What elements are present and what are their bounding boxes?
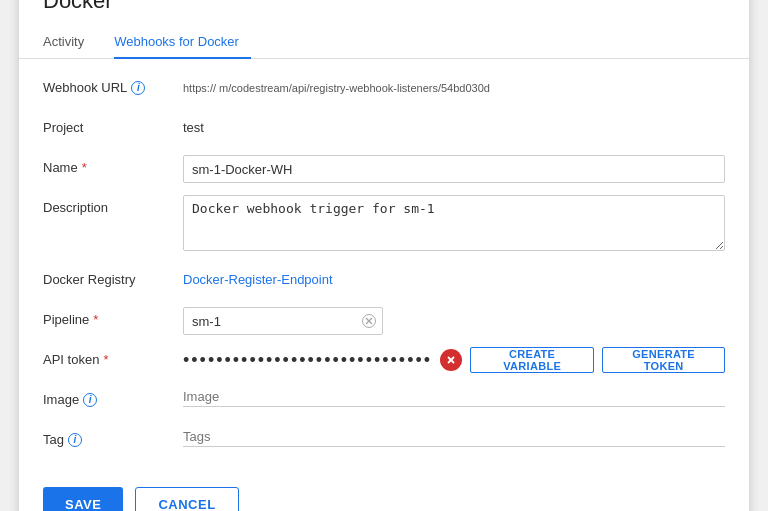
image-label: Image i xyxy=(43,387,183,407)
tag-label: Tag i xyxy=(43,427,183,447)
pipeline-input[interactable] xyxy=(183,307,383,335)
api-token-required-star: * xyxy=(103,352,108,367)
tag-info-icon[interactable]: i xyxy=(68,433,82,447)
pipeline-row: Pipeline * xyxy=(43,307,725,335)
form-actions: SAVE CANCEL xyxy=(19,475,749,511)
name-input-wrap xyxy=(183,155,725,183)
description-input-wrap: Docker webhook trigger for sm-1 xyxy=(183,195,725,255)
pipeline-input-area xyxy=(183,307,725,335)
project-row: Project test xyxy=(43,115,725,143)
image-info-icon[interactable]: i xyxy=(83,393,97,407)
create-variable-button[interactable]: CREATE VARIABLE xyxy=(470,347,594,373)
name-row: Name * xyxy=(43,155,725,183)
description-label: Description xyxy=(43,195,183,215)
description-input[interactable]: Docker webhook trigger for sm-1 xyxy=(183,195,725,251)
form-body: Webhook URL i https:// m/codestream/api/… xyxy=(19,59,749,475)
image-input[interactable] xyxy=(183,387,725,407)
api-token-area: •••••••••••••••••••••••••••••• CREATE VA… xyxy=(183,347,725,373)
api-token-dots: •••••••••••••••••••••••••••••• xyxy=(183,350,432,371)
image-input-wrap xyxy=(183,387,725,407)
docker-registry-link[interactable]: Docker-Register-Endpoint xyxy=(183,272,333,287)
project-label: Project xyxy=(43,115,183,135)
api-token-label: API token * xyxy=(43,347,183,367)
generate-token-button[interactable]: GENERATE TOKEN xyxy=(602,347,725,373)
docker-registry-value: Docker-Register-Endpoint xyxy=(183,267,725,287)
tab-webhooks-for-docker[interactable]: Webhooks for Docker xyxy=(114,24,251,59)
tag-input[interactable] xyxy=(183,427,725,447)
cancel-button[interactable]: CANCEL xyxy=(135,487,238,511)
docker-dialog: Docker Activity Webhooks for Docker Webh… xyxy=(19,0,749,511)
tag-input-wrap xyxy=(183,427,725,447)
pipeline-clear-icon[interactable] xyxy=(361,313,377,329)
save-button[interactable]: SAVE xyxy=(43,487,123,511)
api-token-clear-button[interactable] xyxy=(440,349,462,371)
name-label: Name * xyxy=(43,155,183,175)
pipeline-required-star: * xyxy=(93,312,98,327)
project-value: test xyxy=(183,115,725,135)
docker-registry-label: Docker Registry xyxy=(43,267,183,287)
dialog-title: Docker xyxy=(19,0,749,24)
tag-row: Tag i xyxy=(43,427,725,455)
webhook-url-info-icon[interactable]: i xyxy=(131,81,145,95)
name-required-star: * xyxy=(82,160,87,175)
description-row: Description Docker webhook trigger for s… xyxy=(43,195,725,255)
image-row: Image i xyxy=(43,387,725,415)
webhook-url-value: https:// m/codestream/api/registry-webho… xyxy=(183,75,725,95)
api-token-row: API token * ••••••••••••••••••••••••••••… xyxy=(43,347,725,375)
tab-bar: Activity Webhooks for Docker xyxy=(19,24,749,59)
webhook-url-row: Webhook URL i https:// m/codestream/api/… xyxy=(43,75,725,103)
pipeline-input-wrap xyxy=(183,307,383,335)
tab-activity[interactable]: Activity xyxy=(43,24,96,59)
name-input[interactable] xyxy=(183,155,725,183)
pipeline-label: Pipeline * xyxy=(43,307,183,327)
webhook-url-label: Webhook URL i xyxy=(43,75,183,95)
docker-registry-row: Docker Registry Docker-Register-Endpoint xyxy=(43,267,725,295)
